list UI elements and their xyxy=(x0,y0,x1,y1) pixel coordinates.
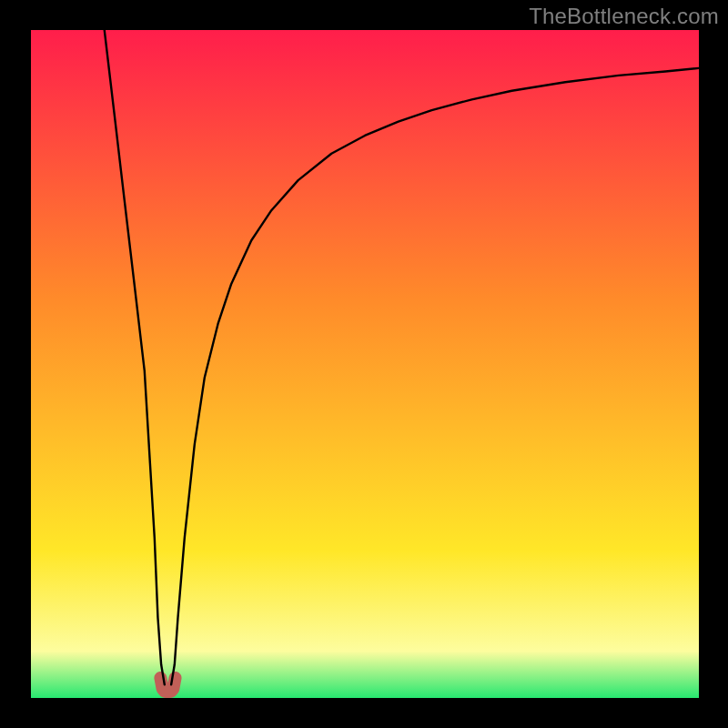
attribution-text: TheBottleneck.com xyxy=(529,4,719,29)
chart-svg xyxy=(31,30,699,698)
plot-area xyxy=(31,30,699,698)
gradient-background xyxy=(31,30,699,698)
chart-frame: TheBottleneck.com xyxy=(0,0,728,728)
